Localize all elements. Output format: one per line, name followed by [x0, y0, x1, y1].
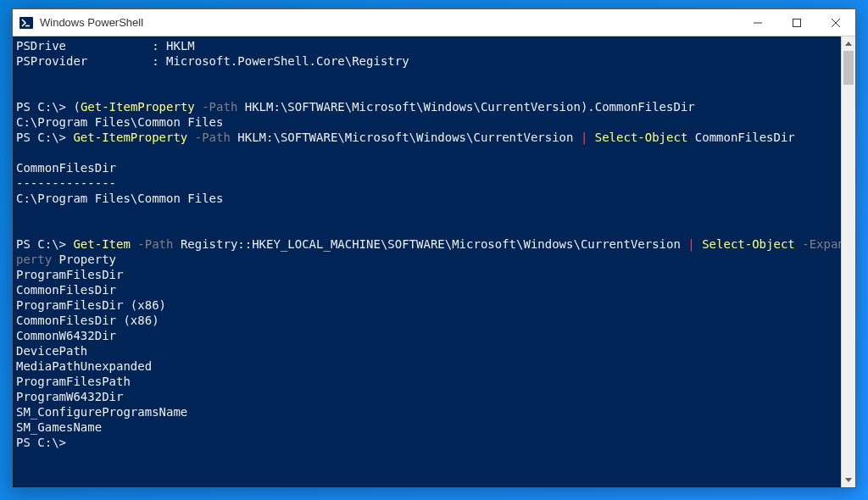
powershell-window: Windows PowerShell PSDrive : HKLM PSProv… [12, 8, 856, 488]
prompt-line: PS C:\> [16, 436, 66, 449]
powershell-icon [19, 16, 33, 30]
output-line: SM_GamesName [16, 420, 102, 434]
command-line: perty Property [16, 253, 116, 266]
output-line: PSDrive : HKLM [16, 39, 195, 53]
output-line: C:\Program Files\Common Files [16, 115, 223, 129]
titlebar[interactable]: Windows PowerShell [13, 9, 855, 36]
output-line: MediaPathUnexpanded [16, 359, 152, 373]
output-line: PSProvider : Microsoft.PowerShell.Core\R… [16, 54, 409, 68]
vertical-scrollbar[interactable] [841, 36, 855, 487]
output-line: SM_ConfigureProgramsName [16, 405, 187, 419]
output-line: CommonFilesDir (x86) [16, 314, 159, 327]
output-line: ProgramFilesPath [16, 375, 131, 388]
terminal-area: PSDrive : HKLM PSProvider : Microsoft.Po… [13, 36, 855, 487]
command-line: PS C:\> Get-Item -Path Registry::HKEY_LO… [16, 237, 841, 251]
output-line: C:\Program Files\Common Files [16, 192, 223, 205]
terminal-output[interactable]: PSDrive : HKLM PSProvider : Microsoft.Po… [13, 36, 841, 487]
window-controls [738, 9, 855, 36]
output-line: ProgramW6432Dir [16, 390, 123, 403]
scroll-down-button[interactable] [842, 473, 855, 487]
command-line: PS C:\> Get-ItemProperty -Path HKLM:\SOF… [16, 131, 795, 144]
maximize-button[interactable] [777, 9, 816, 36]
output-line: ProgramFilesDir (x86) [16, 298, 166, 312]
close-button[interactable] [816, 9, 855, 36]
output-line: DevicePath [16, 344, 87, 358]
minimize-button[interactable] [738, 9, 777, 36]
scroll-up-button[interactable] [842, 36, 855, 51]
command-line: PS C:\> (Get-ItemProperty -Path HKLM:\SO… [16, 100, 695, 114]
output-line: -------------- [16, 176, 116, 190]
window-title: Windows PowerShell [40, 16, 738, 29]
scroll-thumb[interactable] [843, 51, 854, 85]
svg-rect-3 [793, 19, 801, 26]
scroll-track[interactable] [842, 51, 855, 473]
output-line: ProgramFilesDir [16, 268, 123, 281]
output-line: CommonFilesDir [16, 161, 116, 175]
output-line: CommonW6432Dir [16, 329, 116, 342]
output-line: CommonFilesDir [16, 283, 116, 297]
